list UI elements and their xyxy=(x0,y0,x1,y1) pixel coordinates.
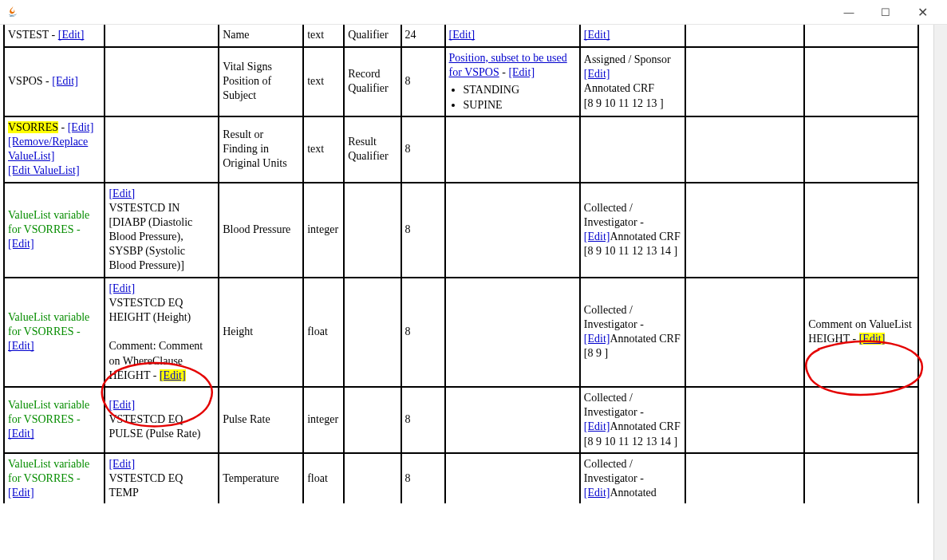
edit-link[interactable]: [Edit] xyxy=(584,420,610,432)
table-cell: Collected / Investigator - [Edit]Annotat… xyxy=(580,183,686,278)
edit-link[interactable]: [Edit] xyxy=(508,66,535,78)
edit-link[interactable]: [Edit] xyxy=(584,333,610,345)
table-cell xyxy=(445,116,580,183)
cell-text: Annotated CRF xyxy=(610,231,680,243)
edit-link[interactable]: [Edit] xyxy=(8,340,34,352)
table-cell: Record Qualifier xyxy=(344,47,401,116)
edit-valuelist-link[interactable]: [Edit ValueList] xyxy=(8,164,80,176)
vertical-scrollbar[interactable] xyxy=(933,25,947,560)
remove-replace-valuelist-link[interactable]: [Remove/Replace ValueList] xyxy=(8,136,88,162)
cell-text: [8 9 10 11 12 13 ] xyxy=(584,97,664,109)
edit-link[interactable]: [Edit] xyxy=(584,487,610,499)
table-cell: VSTEST - [Edit] xyxy=(4,25,105,47)
list-item: STANDING xyxy=(464,83,576,97)
edit-link[interactable]: [Edit] xyxy=(109,458,135,470)
table-cell: [Edit] VSTESTCD EQ HEIGHT (Height) Comme… xyxy=(105,278,219,387)
table-cell: Name xyxy=(219,25,303,47)
table-cell: [Edit] VSTESTCD EQ PULSE (Pulse Rate) xyxy=(105,387,219,453)
table-cell xyxy=(685,25,804,47)
valuelist-label: ValueList variable for VSORRES - xyxy=(8,399,89,425)
table-cell xyxy=(580,116,686,183)
table-cell: Blood Pressure xyxy=(219,183,303,278)
table-cell: Collected / Investigator - [Edit]Annotat… xyxy=(580,387,686,453)
edit-link[interactable]: [Edit] xyxy=(8,428,34,440)
window-titlebar: — ☐ ✕ xyxy=(0,0,947,25)
edit-link[interactable]: [Edit] xyxy=(8,487,34,499)
table-cell xyxy=(105,116,219,183)
table-cell: [Edit] xyxy=(445,25,580,47)
table-cell: 8 xyxy=(401,47,445,116)
table-cell: Collected / Investigator - [Edit]Annotat… xyxy=(580,278,686,387)
table-cell xyxy=(105,25,219,47)
edit-link[interactable]: [Edit] xyxy=(68,121,94,133)
table-cell: text xyxy=(303,116,344,183)
edit-link[interactable]: [Edit] xyxy=(160,369,186,381)
table-cell: Pulse Rate xyxy=(219,387,303,453)
comment-text: Comment: Comment on WhereClause HEIGHT - xyxy=(109,340,203,381)
table-cell xyxy=(344,278,401,387)
table-cell: 8 xyxy=(401,387,445,453)
close-button[interactable]: ✕ xyxy=(904,0,941,24)
code-list: STANDING SUPINE xyxy=(449,83,576,112)
cell-text: VSPOS - xyxy=(8,75,52,87)
table-cell: [Edit] VSTESTCD EQ TEMP xyxy=(105,453,219,504)
table-cell: Result or Finding in Original Units xyxy=(219,116,303,183)
cell-text: Collected / Investigator - xyxy=(584,458,644,484)
cell-text: [8 9 10 11 12 13 14 ] xyxy=(584,436,677,448)
highlighted-var: VSORRES xyxy=(8,121,58,133)
edit-link[interactable]: [Edit] xyxy=(109,282,135,294)
where-clause: VSTESTCD EQ TEMP xyxy=(109,472,183,499)
edit-link[interactable]: [Edit] xyxy=(109,187,135,199)
table-cell: ValueList variable for VSORRES - [Edit] xyxy=(4,183,105,278)
edit-link[interactable]: [Edit] xyxy=(584,68,610,80)
cell-text: Annotated CRF xyxy=(584,82,654,94)
table-cell: 8 xyxy=(401,278,445,387)
table-cell: integer xyxy=(303,183,344,278)
table-cell: [Edit] xyxy=(580,25,686,47)
table-cell: text xyxy=(303,47,344,116)
table-cell: float xyxy=(303,278,344,387)
edit-link[interactable]: [Edit] xyxy=(58,29,85,41)
data-table: VSTEST - [Edit] Name text Qualifier 24 [… xyxy=(3,25,919,503)
valuelist-label: ValueList variable for VSORRES - xyxy=(8,209,89,235)
table-cell xyxy=(105,47,219,116)
window-controls: — ☐ ✕ xyxy=(831,0,941,24)
table-cell xyxy=(685,183,804,278)
table-cell: VSORRES - [Edit] [Remove/Replace ValueLi… xyxy=(4,116,105,183)
cell-text: [8 9 ] xyxy=(584,347,608,359)
where-clause: VSTESTCD IN [DIABP (Diastolic Blood Pres… xyxy=(109,202,192,272)
table-cell: [Edit] VSTESTCD IN [DIABP (Diastolic Blo… xyxy=(105,183,219,278)
cell-text: Collected / Investigator - xyxy=(584,304,644,330)
table-cell xyxy=(685,387,804,453)
cell-text: Annotated CRF xyxy=(610,420,680,432)
table-cell xyxy=(344,387,401,453)
table-cell: ValueList variable for VSORRES - [Edit] xyxy=(4,387,105,453)
table-cell: Collected / Investigator - [Edit]Annotat… xyxy=(580,453,686,504)
table-cell xyxy=(445,453,580,504)
table-cell: Position, subset to be used for VSPOS - … xyxy=(445,47,580,116)
table-cell: 24 xyxy=(401,25,445,47)
minimize-button[interactable]: — xyxy=(831,0,867,24)
table-cell: Temperature xyxy=(219,453,303,504)
table-cell: Comment on ValueList HEIGHT - [Edit] xyxy=(804,278,918,387)
table-cell: Qualifier xyxy=(344,25,401,47)
table-cell: VSPOS - [Edit] xyxy=(4,47,105,116)
table-cell: Assigned / Sponsor [Edit] Annotated CRF … xyxy=(580,47,686,116)
table-cell xyxy=(804,387,918,453)
content-area: VSTEST - [Edit] Name text Qualifier 24 [… xyxy=(0,25,947,560)
edit-link[interactable]: [Edit] xyxy=(859,333,886,345)
edit-link[interactable]: [Edit] xyxy=(8,238,34,250)
edit-link[interactable]: [Edit] xyxy=(584,29,610,41)
edit-link[interactable]: [Edit] xyxy=(52,75,78,87)
edit-link[interactable]: [Edit] xyxy=(449,29,475,41)
java-icon xyxy=(6,6,19,18)
table-cell xyxy=(685,278,804,387)
table-cell xyxy=(685,116,804,183)
edit-link[interactable]: [Edit] xyxy=(109,399,135,411)
cell-text: Collected / Investigator - xyxy=(584,392,644,418)
where-clause: VSTESTCD EQ PULSE (Pulse Rate) xyxy=(109,413,200,440)
table-cell: ValueList variable for VSORRES - [Edit] xyxy=(4,453,105,504)
table-cell: Height xyxy=(219,278,303,387)
edit-link[interactable]: [Edit] xyxy=(584,231,610,243)
maximize-button[interactable]: ☐ xyxy=(867,0,904,24)
